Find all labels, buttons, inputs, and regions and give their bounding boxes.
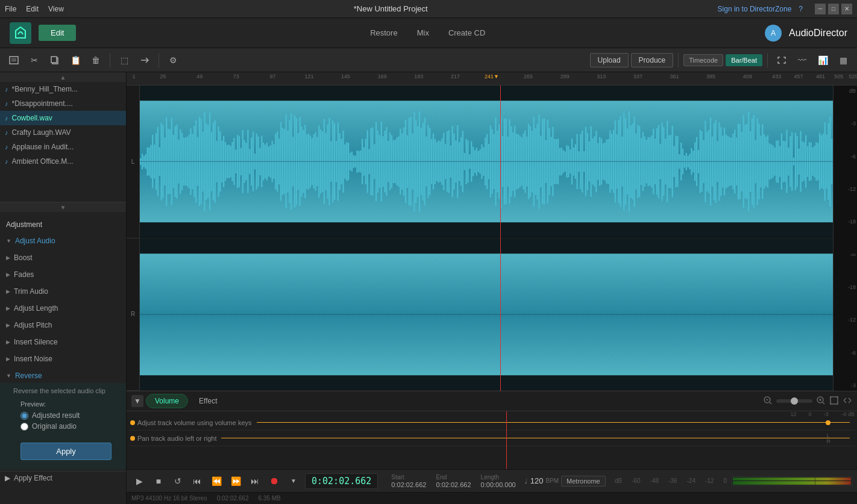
record-dropdown-button[interactable]: ▼: [286, 473, 301, 489]
db-meter-label-db: dB: [615, 478, 622, 484]
delete-action-3[interactable]: ✕: [116, 115, 121, 122]
play-action-3[interactable]: ▶: [110, 115, 115, 122]
file-item-crafty[interactable]: ♪ Crafty Laugh.WAV: [0, 125, 126, 140]
volume-expand-btn[interactable]: ▼: [131, 395, 143, 407]
waveform-tracks[interactable]: [140, 86, 833, 391]
reverse-header[interactable]: ▼ Reverse: [0, 369, 126, 383]
fades-header[interactable]: ▶ Fades: [0, 267, 126, 282]
insert-noise-header[interactable]: ▶ Insert Noise: [0, 352, 126, 366]
preview-original-radio[interactable]: [20, 423, 28, 431]
menu-edit[interactable]: Edit: [26, 5, 39, 13]
volume-right-controls: [763, 396, 852, 407]
toolbar-separator-1: [110, 53, 110, 67]
fastforward-button[interactable]: ⏩: [228, 473, 243, 489]
music-icon-5: ♪: [5, 143, 8, 151]
vol-dot-2: [130, 436, 135, 441]
toolbar-crop-btn[interactable]: ⬚: [115, 52, 133, 69]
effect-tab[interactable]: Effect: [190, 394, 225, 408]
app-header: Edit Restore Mix Create CD A AudioDirect…: [0, 18, 857, 48]
file-item-benny[interactable]: ♪ *Benny_Hill_Them...: [0, 82, 126, 96]
nav-mix[interactable]: Mix: [417, 28, 429, 37]
nav-create-cd[interactable]: Create CD: [448, 28, 485, 37]
nav-restore[interactable]: Restore: [370, 28, 398, 37]
toolbar-new-btn[interactable]: [5, 52, 23, 69]
insert-silence-header[interactable]: ▶ Insert Silence: [0, 335, 126, 349]
loop-button[interactable]: ↺: [170, 473, 186, 489]
toolbar-separator-4: [767, 53, 768, 67]
toolbar-delete-btn[interactable]: 🗑: [87, 52, 105, 69]
file-name-1: *Benny_Hill_Them...: [12, 85, 122, 93]
toolbar-cut-btn[interactable]: ✂: [25, 52, 43, 69]
help-btn[interactable]: ?: [799, 5, 803, 13]
boost-header[interactable]: ▶ Boost: [0, 250, 126, 265]
start-info: Start 0:02:02.662: [391, 474, 426, 488]
edit-mode-button[interactable]: Edit: [39, 25, 76, 41]
sidebar-scroll-up[interactable]: ▲: [0, 72, 126, 82]
menu-file[interactable]: File: [5, 5, 16, 13]
win-maximize-btn[interactable]: □: [828, 4, 839, 14]
stop-button[interactable]: ■: [151, 473, 166, 489]
vol-track-1[interactable]: [257, 422, 850, 423]
toolbar: ✂ 📋 🗑 ⬚ ⚙ Upload Produce Timecode Bar/Be…: [0, 48, 857, 72]
sidebar-scroll-down[interactable]: ▼: [0, 202, 126, 212]
adjust-audio-section: ▼ Adjust Audio: [0, 232, 126, 249]
adjust-length-header[interactable]: ▶ Adjust Length: [0, 301, 126, 316]
file-name-3: Cowbell.wav: [12, 114, 107, 122]
spectrum-view-btn[interactable]: 📊: [814, 52, 832, 69]
adjust-pitch-header[interactable]: ▶ Adjust Pitch: [0, 318, 126, 332]
expand-view-btn[interactable]: [843, 396, 852, 407]
zoom-slider[interactable]: [776, 399, 812, 403]
adjust-audio-header[interactable]: ▼ Adjust Audio: [0, 234, 126, 248]
toolbar-copy-btn[interactable]: [46, 52, 64, 69]
waveform-track-R[interactable]: [140, 238, 833, 391]
ruler-mark-97: 97: [269, 73, 275, 79]
scale-m18: -18: [833, 219, 857, 225]
barbeat-button[interactable]: Bar/Beat: [726, 54, 762, 66]
fit-btn[interactable]: [829, 396, 839, 407]
win-minimize-btn[interactable]: ─: [815, 4, 826, 14]
play-button[interactable]: ▶: [131, 473, 147, 489]
metronome-button[interactable]: Metronome: [561, 476, 606, 487]
sign-in-link[interactable]: Sign in to DirectorZone: [718, 5, 792, 13]
zoom-fit-btn[interactable]: [773, 52, 791, 69]
toolbar-settings-btn[interactable]: ⚙: [164, 52, 182, 69]
insert-noise-chevron: ▶: [6, 356, 10, 362]
rewind-button[interactable]: ⏪: [209, 473, 224, 489]
record-button[interactable]: ⏺: [266, 473, 282, 489]
zoom-in-btn[interactable]: [816, 396, 826, 407]
zoom-out-btn[interactable]: [763, 396, 773, 407]
db-meter-section: dB -60 -48 -36 -24 -12 0: [615, 476, 852, 486]
waveform-track-L[interactable]: [140, 86, 833, 238]
timecode-button[interactable]: Timecode: [683, 54, 723, 66]
preview-adjusted[interactable]: Adjusted result: [20, 411, 111, 420]
bpm-section: ♩ 120 BPM Metronome: [524, 476, 606, 487]
prev-marker-button[interactable]: ⏮: [189, 473, 205, 489]
preview-original[interactable]: Original audio: [20, 422, 111, 431]
volume-tab[interactable]: Volume: [146, 394, 188, 408]
vol-dot-right-1: [826, 420, 830, 425]
file-item-applause[interactable]: ♪ Applause in Audit...: [0, 140, 126, 154]
next-marker-button[interactable]: ⏭: [247, 473, 263, 489]
status-file-info: MP3 44100 Hz 16 bit Stereo: [131, 495, 207, 502]
file-list: ♪ *Benny_Hill_Them... ♪ *Disappointment.…: [0, 82, 126, 202]
toolbar-paste-btn[interactable]: 📋: [66, 52, 84, 69]
file-item-ambient[interactable]: ♪ Ambient Office.M...: [0, 154, 126, 169]
upload-button[interactable]: Upload: [590, 53, 629, 67]
waveform-view-btn[interactable]: 〰: [793, 52, 811, 69]
vol-track-2[interactable]: [221, 438, 850, 438]
toolbar-mixdown-btn[interactable]: [136, 52, 154, 69]
preview-adjusted-radio[interactable]: [20, 412, 28, 420]
apply-button[interactable]: Apply: [20, 443, 111, 460]
zoom-handle[interactable]: [791, 397, 798, 405]
menu-view[interactable]: View: [48, 5, 64, 13]
win-close-btn[interactable]: ✕: [841, 4, 852, 14]
music-icon-2: ♪: [5, 100, 8, 107]
file-item-cowbell[interactable]: ♪ Cowbell.wav ▶ ✕: [0, 111, 126, 125]
trim-header[interactable]: ▶ Trim Audio: [0, 284, 126, 299]
app-name-label: AudioDirector: [789, 28, 847, 39]
apply-effect-section[interactable]: ▶ Apply Effect: [0, 471, 126, 485]
ruler-mark-505: 505: [834, 73, 843, 79]
file-item-disappointment[interactable]: ♪ *Disappointment....: [0, 96, 126, 111]
produce-button[interactable]: Produce: [631, 53, 674, 67]
bar-view-btn[interactable]: ▦: [834, 52, 852, 69]
